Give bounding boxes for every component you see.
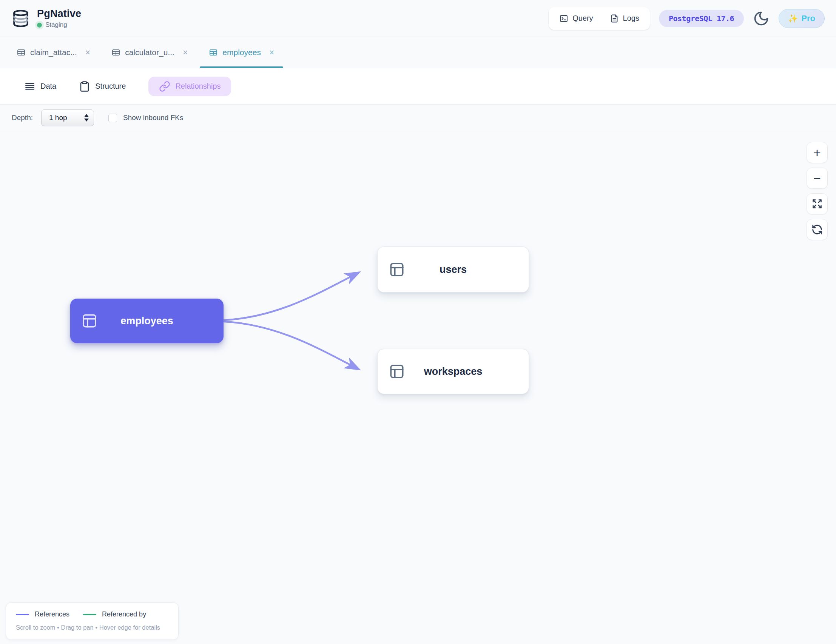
view-tab-structure[interactable]: Structure	[79, 81, 126, 92]
app-header: PgNative Staging Query	[0, 0, 836, 37]
postgres-version-badge: PostgreSQL 17.6	[659, 10, 744, 27]
view-tab-relationships[interactable]: Relationships	[149, 77, 231, 96]
legend-item-references: References	[16, 610, 70, 618]
plus-icon: +	[813, 146, 821, 159]
query-button-label: Query	[572, 14, 593, 23]
depth-select[interactable]: 1 hop	[41, 109, 94, 126]
depth-label: Depth:	[12, 114, 33, 122]
view-tab-label: Structure	[95, 82, 126, 91]
diagram-legend: References Referenced by Scroll to zoom …	[6, 602, 179, 640]
view-tab-data[interactable]: Data	[24, 81, 56, 92]
edge-employees-users	[224, 272, 359, 320]
tab-employees[interactable]: employees ×	[198, 37, 285, 68]
table-panel-icon	[82, 313, 98, 329]
view-tabbar: Data Structure Relationships	[0, 68, 836, 104]
references-line-swatch	[16, 614, 29, 615]
node-employees[interactable]: employees	[70, 298, 224, 343]
brand-group: PgNative Staging	[11, 8, 81, 29]
canvas-hint-text: Scroll to zoom • Drag to pan • Hover edg…	[16, 624, 168, 631]
table-icon	[111, 48, 121, 57]
minus-icon: −	[813, 172, 821, 184]
link-icon	[159, 81, 170, 92]
show-inbound-fks-checkbox[interactable]	[108, 114, 117, 122]
refresh-icon	[812, 224, 823, 235]
show-inbound-fks-label: Show inbound FKs	[123, 114, 183, 122]
legend-label: References	[35, 610, 70, 618]
tab-label: claim_attac...	[30, 48, 77, 57]
close-icon[interactable]: ×	[183, 48, 188, 57]
table-tabbar: claim_attac... × calculator_u... ×	[0, 37, 836, 68]
relationship-controls: Depth: 1 hop Show inbound FKs	[0, 104, 836, 131]
query-button[interactable]: Query	[551, 10, 601, 28]
environment-row: Staging	[37, 21, 81, 29]
node-workspaces[interactable]: workspaces	[377, 349, 529, 394]
header-action-group: Query Logs	[549, 7, 650, 30]
legend-items: References Referenced by	[16, 610, 168, 618]
tab-claim-attachments[interactable]: claim_attac... ×	[6, 37, 101, 68]
terminal-icon	[559, 14, 568, 23]
app-title: PgNative	[37, 8, 81, 20]
database-logo-icon	[11, 9, 30, 28]
table-panel-icon	[389, 262, 405, 277]
fit-view-button[interactable]	[807, 193, 828, 214]
table-icon	[16, 48, 26, 57]
select-stepper-icon	[84, 114, 89, 122]
zoom-out-button[interactable]: −	[807, 168, 828, 189]
sparkles-icon: ✨	[788, 14, 798, 23]
app-root: PgNative Staging Query	[0, 0, 836, 644]
reset-layout-button[interactable]	[807, 219, 828, 240]
table-panel-icon	[389, 364, 405, 379]
pro-button[interactable]: ✨ Pro	[779, 9, 825, 28]
status-dot	[37, 23, 42, 28]
canvas-zoom-controls: + −	[807, 142, 828, 240]
logs-button[interactable]: Logs	[601, 10, 648, 28]
depth-select-value: 1 hop	[49, 114, 67, 122]
tab-label: calculator_u...	[125, 48, 175, 57]
legend-item-referenced-by: Referenced by	[83, 610, 146, 618]
file-text-icon	[610, 14, 619, 23]
environment-label: Staging	[45, 21, 67, 29]
table-icon	[209, 48, 218, 57]
pro-button-label: Pro	[801, 14, 815, 23]
moon-icon	[753, 10, 769, 27]
tab-calculator-usage[interactable]: calculator_u... ×	[101, 37, 198, 68]
referenced-by-line-swatch	[83, 614, 96, 615]
expand-icon	[812, 199, 822, 209]
header-actions: Query Logs PostgreSQL 17.6	[549, 7, 825, 30]
logs-button-label: Logs	[623, 14, 639, 23]
view-tab-label: Data	[41, 82, 56, 91]
zoom-in-button[interactable]: +	[807, 142, 828, 163]
relationship-canvas[interactable]: employees users workspaces	[0, 131, 836, 644]
close-icon[interactable]: ×	[85, 48, 90, 57]
brand-text: PgNative Staging	[37, 8, 81, 29]
edge-employees-workspaces	[224, 322, 359, 369]
dark-mode-toggle[interactable]	[753, 10, 769, 27]
rows-icon	[24, 81, 36, 92]
node-users[interactable]: users	[377, 246, 529, 293]
clipboard-icon	[79, 81, 90, 92]
view-tab-label: Relationships	[175, 82, 220, 91]
close-icon[interactable]: ×	[269, 48, 274, 57]
legend-label: Referenced by	[102, 610, 146, 618]
tab-label: employees	[222, 48, 261, 57]
